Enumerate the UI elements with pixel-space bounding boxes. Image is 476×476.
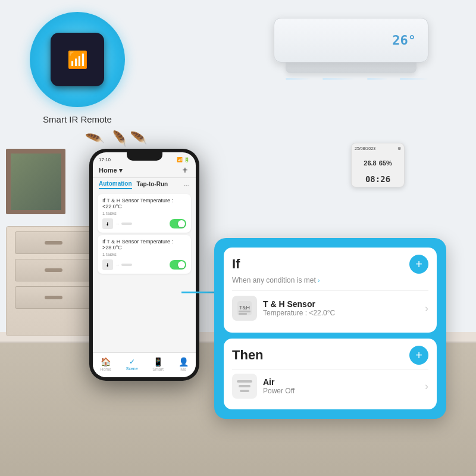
phone-screen: 17:10 📶 🔋 Home ▾ + Automation Tap-to-Run… (93, 152, 196, 377)
if-add-button[interactable]: + (409, 255, 428, 274)
if-header: If + (232, 255, 428, 274)
if-section: If + When any condition is met › T&H T &… (224, 248, 437, 333)
if-title: If (232, 256, 240, 272)
sensor-item[interactable]: T&H T & H Sensor Temperature : <22.0°C › (232, 290, 428, 325)
air-line-1 (286, 78, 311, 80)
ir-remote-circle: 📶 (30, 12, 125, 107)
automation-icons-1: 🌡 → (102, 218, 132, 229)
automation-title-2: If T & H Sensor Temperature : >28.0°C (102, 239, 186, 250)
then-header: Then + (232, 346, 428, 365)
sensor-detail: Temperature : <22.0°C (263, 309, 335, 317)
ir-remote-device: 📶 (51, 33, 104, 86)
feather-3: 🪶 (130, 130, 147, 147)
thermo-icon: ⚙ (397, 146, 401, 151)
ir-remote-container: 📶 Smart IR Remote (30, 12, 125, 124)
thermo-device: 25/08/2023 ⚙ 26.8 65% 08:26 (351, 143, 405, 187)
automation-tasks-2: 1 tasks (102, 252, 186, 257)
air-line-4 (400, 78, 428, 80)
air-line-3 (367, 78, 388, 80)
nav-smart[interactable]: 📱 Smart (152, 357, 164, 371)
nav-home-label: Home (100, 367, 111, 371)
status-icons: 📶 🔋 (177, 157, 190, 162)
th-sensor-icon: T&H (236, 300, 253, 317)
scene-icon: ✓ (129, 358, 135, 366)
nav-scene[interactable]: ✓ Scene (126, 358, 138, 371)
ir-remote-label: Smart IR Remote (30, 114, 125, 124)
photo-inner (11, 154, 61, 210)
thermo-temp: 26.8 (364, 159, 376, 167)
air-detail: Power Off (263, 387, 295, 395)
tab-automation[interactable]: Automation (99, 180, 132, 189)
phone-header: Home ▾ + (93, 164, 196, 178)
photo-frame (6, 149, 65, 214)
nav-home[interactable]: 🏠 Home (100, 357, 111, 371)
automation-tasks-1: 1 tasks (102, 211, 186, 216)
sensor-info: T & H Sensor Temperature : <22.0°C (263, 299, 335, 317)
condition-arrow: › (318, 277, 320, 284)
tab-more-dots[interactable]: ··· (184, 181, 190, 189)
sensor-left: T&H T & H Sensor Temperature : <22.0°C (232, 296, 335, 321)
feather-2: 🪶 (110, 130, 129, 148)
popup-card: If + When any condition is met › T&H T &… (214, 238, 446, 419)
me-icon: 👤 (178, 357, 189, 367)
ac-bottom-flap (286, 62, 416, 73)
automation-row-2: 🌡 → (102, 259, 186, 270)
dresser-drawer-2 (15, 259, 92, 281)
thermo-date: 25/08/2023 (355, 146, 375, 151)
toggle-switch-1[interactable] (170, 219, 186, 228)
ac-unit: 26° (274, 18, 428, 80)
toggle-switch-2[interactable] (170, 260, 186, 270)
phone-notch (127, 152, 162, 161)
auto-action-line-1 (121, 223, 132, 225)
auto-action-line-2 (121, 264, 132, 266)
auto-arrow-2: → (115, 262, 120, 268)
automation-row-1: 🌡 → (102, 218, 186, 229)
svg-text:T&H: T&H (239, 305, 250, 311)
thermo-middle: 26.8 65% (364, 159, 392, 167)
home-icon: 🏠 (101, 357, 111, 367)
dresser-drawer-3 (15, 286, 92, 309)
nav-scene-label: Scene (126, 367, 138, 371)
air-left: Air Power Off (232, 374, 295, 399)
phone-home-label: Home ▾ (99, 167, 123, 174)
nav-me[interactable]: 👤 Me (178, 357, 189, 371)
svg-rect-2 (239, 311, 250, 312)
air-icon-line-1 (237, 380, 252, 383)
thermo-top-row: 25/08/2023 ⚙ (355, 146, 401, 151)
drawer-handle-3 (45, 296, 62, 299)
air-icon-line-2 (239, 385, 250, 387)
air-chevron: › (425, 380, 428, 393)
auto-arrow-1: → (115, 221, 120, 227)
toggle-knob-2 (178, 261, 185, 268)
smart-icon: 📱 (153, 357, 163, 367)
automation-title-1: If T & H Sensor Temperature : <22.0°C (102, 198, 186, 209)
thermo-time: 08:26 (365, 174, 390, 184)
tab-tap-to-run[interactable]: Tap-to-Run (137, 181, 168, 189)
drawer-handle-1 (45, 241, 62, 245)
condition-text[interactable]: When any condition is met › (232, 276, 428, 284)
air-icon-line-3 (240, 390, 249, 392)
sensor-icon-box: T&H (232, 296, 257, 321)
dresser-drawer-1 (15, 231, 92, 254)
phone-tabs: Automation Tap-to-Run ··· (93, 178, 196, 192)
sensor-name: T & H Sensor (263, 299, 335, 309)
auto-sensor-icon-1: 🌡 (102, 218, 113, 229)
then-section: Then + Air Power Off › (224, 339, 437, 409)
then-add-button[interactable]: + (409, 346, 428, 365)
nav-smart-label: Smart (152, 367, 164, 371)
auto-sensor-icon-2: 🌡 (102, 259, 113, 270)
drawer-handle-2 (45, 268, 62, 272)
automation-item-2[interactable]: If T & H Sensor Temperature : >28.0°C 1 … (98, 235, 191, 274)
nav-me-label: Me (180, 367, 186, 371)
air-line-2 (322, 78, 355, 80)
dresser-body (6, 226, 101, 336)
phone-bottom-nav: 🏠 Home ✓ Scene 📱 Smart 👤 Me (93, 352, 196, 377)
air-item[interactable]: Air Power Off › (232, 369, 428, 402)
feather-decoration: 🪶 🪶 🪶 (89, 131, 147, 146)
phone-add-button[interactable]: + (180, 165, 190, 175)
air-name: Air (263, 377, 295, 387)
automation-icons-2: 🌡 → (102, 259, 132, 270)
air-icon-box (232, 374, 257, 399)
svg-rect-3 (239, 313, 247, 315)
automation-item-1[interactable]: If T & H Sensor Temperature : <22.0°C 1 … (98, 194, 191, 233)
